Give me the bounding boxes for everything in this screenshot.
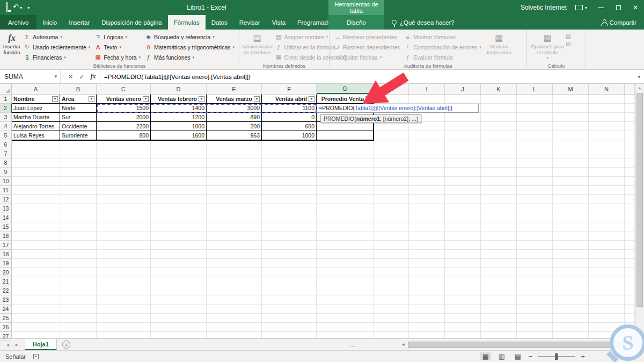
row-header-12[interactable]: 12 [0, 195, 11, 204]
date-time-button[interactable]: ▦Fecha y hora▾ [92, 52, 143, 62]
active-cell-formula[interactable]: =PROMEDIO(Tabla1[@[Ventas enero]:[Ventas… [317, 104, 479, 113]
vertical-scrollbar-thumb[interactable] [636, 93, 643, 307]
tab-insertar[interactable]: Insertar [63, 15, 96, 30]
table-cell[interactable]: 2200 [97, 122, 151, 131]
table-cell[interactable]: Sur [60, 113, 97, 122]
sheet-grid[interactable]: 1234567891011121314151617181920212223242… [0, 95, 635, 338]
tell-me-search[interactable]: ¿Qué desea hacer? [392, 15, 455, 30]
enter-button[interactable]: ✓ [76, 73, 87, 81]
row-header-18[interactable]: 18 [0, 250, 11, 259]
text-button[interactable]: ATexto▾ [92, 42, 143, 52]
expand-formula-bar-button[interactable]: ▾ [634, 70, 644, 83]
column-header-J[interactable]: J [445, 84, 481, 94]
financial-button[interactable]: $Financieras▾ [21, 52, 92, 62]
column-header-partial[interactable] [625, 84, 635, 94]
row-header-16[interactable]: 16 [0, 231, 11, 241]
close-button[interactable]: ✕ [627, 0, 644, 15]
row-header-26[interactable]: 26 [0, 323, 11, 332]
select-all-button[interactable] [0, 84, 12, 94]
minimize-button[interactable]: — [592, 0, 610, 15]
insert-function-button[interactable]: fx Insertar función [2, 31, 21, 55]
row-header-14[interactable]: 14 [0, 213, 11, 222]
tab-revisar[interactable]: Revisar [233, 15, 266, 30]
row-header-21[interactable]: 21 [0, 277, 11, 286]
row-header-6[interactable]: 6 [0, 140, 11, 149]
zoom-out-button[interactable]: − [529, 352, 533, 360]
filter-button[interactable]: ▼ [365, 96, 371, 102]
scroll-left-icon[interactable]: ◄ [399, 342, 407, 347]
row-header-4[interactable]: 4 [0, 122, 11, 131]
table-cell[interactable]: 0 [262, 113, 317, 122]
tab-disposicion[interactable]: Disposición de página [96, 15, 168, 30]
vertical-scrollbar[interactable]: ▲ ▼ [635, 84, 644, 338]
math-trig-button[interactable]: θMatemáticas y trigonométricas▾ [143, 42, 237, 52]
table-cell[interactable]: Alejandro Torres [12, 122, 60, 131]
tab-archivo[interactable]: Archivo [0, 15, 36, 30]
more-functions-button[interactable]: ƒMás funciones▾ [143, 52, 237, 62]
table-cell[interactable]: 890 [207, 113, 262, 122]
lookup-reference-button[interactable]: ◈Búsqueda y referencia▾ [143, 32, 237, 42]
row-header-7[interactable]: 7 [0, 149, 11, 158]
table-header-cell[interactable]: Ventas enero▼ [97, 95, 151, 104]
filter-button[interactable]: ▼ [143, 96, 149, 102]
table-cell[interactable]: Norte [60, 104, 97, 113]
filter-button[interactable]: ▼ [309, 96, 314, 102]
new-sheet-button[interactable]: + [62, 341, 70, 349]
logical-button[interactable]: ?Lógicas▾ [92, 32, 143, 42]
column-header-H[interactable]: H [374, 84, 409, 94]
table-header-cell[interactable]: Promedio Venta▼ [317, 95, 374, 104]
name-box[interactable]: SUMA [0, 70, 52, 83]
table-cell[interactable]: 1200 [151, 113, 207, 122]
column-header-A[interactable]: A [12, 84, 60, 94]
tab-datos[interactable]: Datos [206, 15, 233, 30]
filter-button[interactable]: ▼ [254, 96, 260, 102]
tab-diseno[interactable]: Diseño [341, 19, 372, 26]
undo-button[interactable]: ↶ ▾ [13, 4, 22, 11]
table-header-cell[interactable]: Ventas abril▼ [262, 95, 317, 104]
filter-button[interactable]: ▼ [199, 96, 204, 102]
row-header-19[interactable]: 19 [0, 259, 11, 268]
page-layout-view-button[interactable]: ▥ [496, 352, 507, 360]
ribbon-display-options-icon[interactable] [575, 5, 583, 10]
column-header-K[interactable]: K [481, 84, 517, 94]
scroll-up-icon[interactable]: ▲ [635, 84, 644, 92]
tab-formulas[interactable]: Fórmulas [168, 15, 206, 30]
zoom-in-button[interactable]: + [581, 352, 585, 360]
row-header-15[interactable]: 15 [0, 222, 11, 231]
formula-input[interactable]: =PROMEDIO(Tabla1[@[Ventas enero]:[Ventas… [100, 70, 634, 83]
row-header-8[interactable]: 8 [0, 158, 11, 168]
table-cell[interactable]: 963 [207, 131, 262, 140]
save-button[interactable] [6, 3, 8, 12]
table-header-cell[interactable]: Ventas marzo▼ [207, 95, 262, 104]
recently-used-button[interactable]: ↻Usado recientemente▾ [21, 42, 92, 52]
name-box-dropdown[interactable]: ▼ [52, 70, 61, 83]
table-cell[interactable]: 650 [262, 122, 317, 131]
account-name[interactable]: Solvetic Internet [521, 4, 567, 11]
column-header-M[interactable]: M [553, 84, 589, 94]
table-header-cell[interactable]: Area▼ [60, 95, 97, 104]
row-header-25[interactable]: 25 [0, 314, 11, 323]
tab-inicio[interactable]: Inicio [36, 15, 63, 30]
column-header-E[interactable]: E [207, 84, 262, 94]
row-header-17[interactable]: 17 [0, 241, 11, 250]
maximize-button[interactable] [610, 0, 627, 15]
row-header-23[interactable]: 23 [0, 295, 11, 305]
row-header-9[interactable]: 9 [0, 168, 11, 177]
table-cell[interactable]: 200 [207, 122, 262, 131]
horizontal-scrollbar-thumb[interactable] [408, 342, 627, 348]
tab-vista[interactable]: Vista [266, 15, 291, 30]
filter-button[interactable]: ▼ [89, 96, 94, 102]
horizontal-scrollbar[interactable]: ◄ ► [399, 341, 635, 349]
zoom-slider-thumb[interactable] [555, 353, 558, 360]
table-header-cell[interactable]: Ventas febrero▼ [151, 95, 207, 104]
column-header-F[interactable]: F [262, 84, 317, 94]
normal-view-button[interactable]: ▦ [480, 352, 491, 360]
table-cell[interactable]: Suroriente [60, 131, 97, 140]
zoom-slider[interactable] [538, 356, 575, 357]
table-cell[interactable]: Juan Lopez [12, 104, 60, 113]
page-break-view-button[interactable]: ▤ [513, 352, 523, 360]
insert-function-fx-button[interactable]: fx [87, 73, 99, 81]
row-header-27[interactable]: 27 [0, 332, 11, 341]
table-cell[interactable]: 1000 [262, 131, 317, 140]
table-cell[interactable] [317, 122, 374, 131]
